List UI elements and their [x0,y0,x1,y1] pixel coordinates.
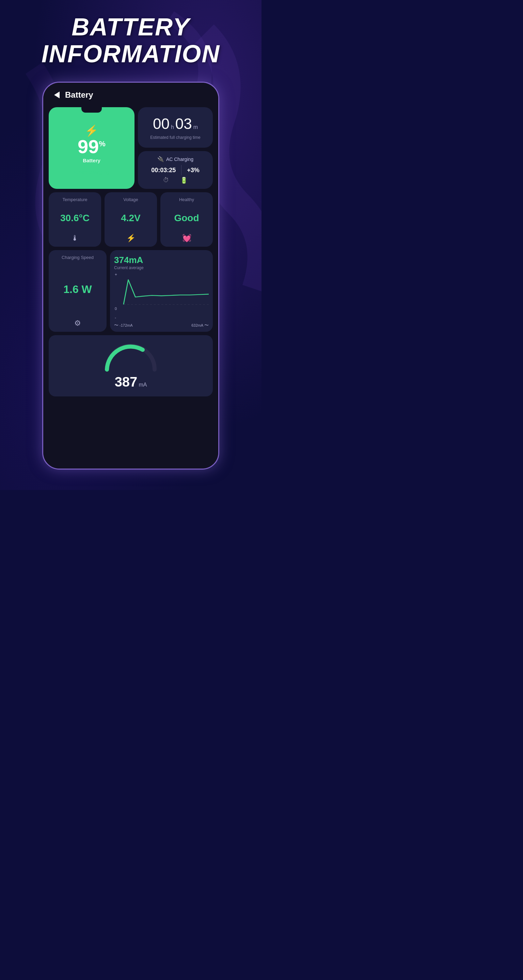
charging-speed-label: Charging Speed [62,255,94,260]
current-card: 374mA Current average + 0 - [110,250,213,332]
gauge-unit: mA [139,382,147,388]
current-value: 374mA [114,255,209,266]
gauge-svg [104,342,158,373]
ac-time: 00:03:25 [151,167,176,174]
title-line2: INFORMATION [41,40,220,67]
gauge-value-row: 387 mA [115,374,147,390]
back-icon [54,92,60,98]
gauge-value: 387 [115,374,137,390]
healthy-value: Good [174,213,199,223]
ac-header: 🔌 AC Charging [157,156,193,162]
phone-inner: Battery ⚡ 99% Battery Smart Charging [43,83,218,469]
minutes-unit: m [193,124,198,130]
temperature-value: 30.6°C [60,213,89,223]
page-title-area: BATTERY INFORMATION [0,14,262,67]
battery-bolt-icon: ⚡ [85,124,99,137]
time-minutes: 03 [175,115,192,132]
ac-rate: +3% [187,167,199,174]
content-area: ⚡ 99% Battery Smart Charging 00 h 03 [43,105,218,399]
healthy-label: Healthy [179,197,194,202]
time-display: 00 h 03 m [153,115,198,132]
speedometer-icon: ⚙ [74,319,81,328]
ac-stats: 00:03:25 +3% [144,165,207,175]
time-hours: 00 [153,115,169,132]
charging-time-card: 00 h 03 m Estimated full charging time [138,107,213,148]
current-label: Current average [114,266,209,270]
temperature-card: Temperature 30.6°C 🌡 [49,192,101,247]
phone-frame: Battery ⚡ 99% Battery Smart Charging [42,82,219,469]
battery-percent: 99% [78,137,105,156]
battery-notch [81,107,102,113]
charging-speed-value: 1.6 W [63,283,92,296]
hours-unit: h [171,124,174,130]
smart-charging-button[interactable]: Smart Charging [66,167,117,178]
gauge-row: 387 mA [49,335,213,396]
ac-charging-icon: 🔌 [157,156,164,162]
chart-min-value: 〜 -172mA [114,322,133,328]
charging-speed-card: Charging Speed 1.6 W ⚙ [49,250,107,332]
app-header: Battery [43,83,218,105]
battery-label: Battery [83,158,100,163]
temperature-label: Temperature [63,197,88,202]
back-button[interactable] [51,89,62,100]
chart-area: + 0 - [114,272,209,321]
thermometer-icon: 🌡 [71,234,79,243]
ac-icons-row: ⏱ 🔋 [163,177,188,184]
healthy-card: Healthy Good 💓 [160,192,213,247]
ac-charging-card: 🔌 AC Charging 00:03:25 +3% ⏱ 🔋 [138,151,213,189]
voltage-value: 4.2V [121,213,140,223]
gauge-svg-container [104,342,158,373]
voltage-label: Voltage [123,197,138,202]
chart-max-value: 632mA 〜 [191,322,209,328]
bottom-row: Charging Speed 1.6 W ⚙ 374mA Current ave… [49,250,213,332]
voltage-icon: ⚡ [126,234,136,243]
top-row: ⚡ 99% Battery Smart Charging 00 h 03 [49,107,213,189]
chart-footer: 〜 -172mA 632mA 〜 [114,322,209,328]
ac-divider [181,165,182,175]
stats-row: Temperature 30.6°C 🌡 Voltage 4.2V ⚡ Heal… [49,192,213,247]
heart-rate-icon: 💓 [182,234,191,243]
battery-charge-icon: 🔋 [180,177,188,184]
header-title: Battery [65,90,93,100]
charging-time-subtitle: Estimated full charging time [150,135,200,140]
voltage-card: Voltage 4.2V ⚡ [105,192,157,247]
battery-gauge-card: ⚡ 99% Battery Smart Charging [49,107,134,189]
current-chart-svg [114,272,209,321]
ac-charging-label: AC Charging [166,156,193,162]
timer-icon: ⏱ [163,177,169,184]
title-line1: BATTERY [72,13,190,40]
gauge-card: 387 mA [49,335,213,396]
